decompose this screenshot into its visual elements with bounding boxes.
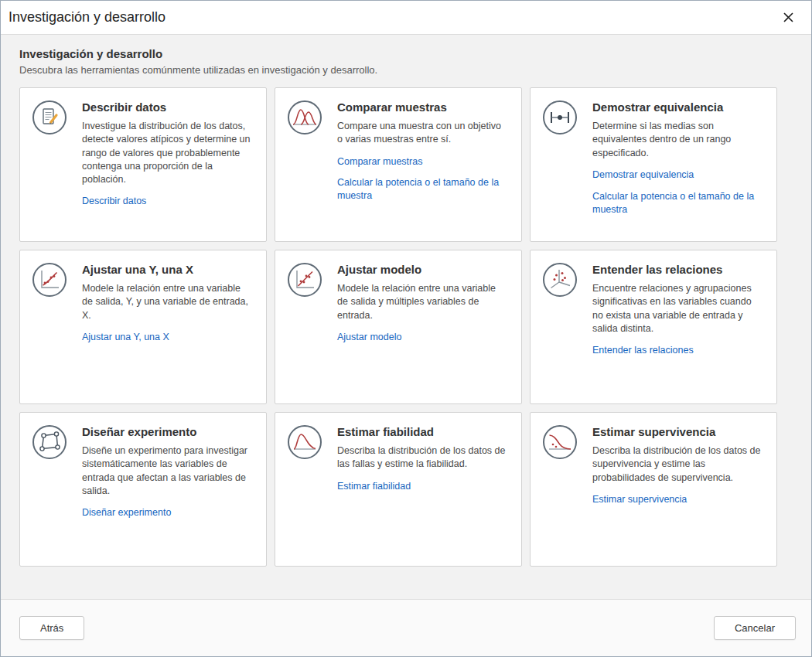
- back-button[interactable]: Atrás: [19, 616, 84, 640]
- card-description: Investigue la distribución de los datos,…: [82, 120, 254, 186]
- tool-card: Ajustar una Y, una X Modele la relación …: [19, 250, 267, 404]
- card-title: Estimar supervivencia: [592, 425, 764, 438]
- reliability-icon: [286, 424, 323, 461]
- card-links: Estimar supervivencia: [592, 493, 764, 506]
- card-link[interactable]: Estimar supervivencia: [592, 493, 764, 506]
- cancel-button[interactable]: Cancelar: [714, 616, 796, 640]
- card-links: Diseñar experimento: [82, 506, 254, 519]
- tool-card: Ajustar modelo Modele la relación entre …: [275, 250, 522, 404]
- card-description: Modele la relación entre una variable de…: [82, 282, 254, 322]
- tool-card: Estimar supervivencia Describa la distri…: [530, 412, 777, 567]
- card-link[interactable]: Diseñar experimento: [82, 506, 254, 519]
- research-development-dialog: Investigación y desarrollo Investigación…: [0, 0, 812, 657]
- card-title: Ajustar modelo: [337, 263, 509, 276]
- card-description: Encuentre relaciones y agrupaciones sign…: [592, 282, 764, 335]
- describe-data-icon: [31, 99, 68, 136]
- card-links: Demostrar equivalenciaCalcular la potenc…: [592, 169, 764, 216]
- design-experiment-icon: [31, 424, 68, 461]
- card-link[interactable]: Comparar muestras: [337, 155, 509, 169]
- fit-model-icon: [286, 261, 323, 298]
- card-link[interactable]: Ajustar una Y, una X: [82, 331, 254, 344]
- card-links: Ajustar modelo: [337, 331, 509, 344]
- page-title: Investigación y desarrollo: [19, 47, 777, 60]
- card-description: Describa la distribución de los datos de…: [337, 444, 509, 471]
- survival-icon: [541, 424, 578, 461]
- card-title: Describir datos: [82, 100, 254, 114]
- close-icon[interactable]: [777, 7, 799, 29]
- card-description: Modele la relación entre una variable de…: [337, 282, 509, 322]
- card-link[interactable]: Ajustar modelo: [337, 331, 509, 344]
- equivalence-icon: [541, 99, 578, 136]
- window-title: Investigación y desarrollo: [9, 9, 165, 26]
- content-area: Investigación y desarrollo Descubra las …: [1, 35, 811, 599]
- tool-card: Demostrar equivalencia Determine si las …: [530, 87, 777, 242]
- card-title: Demostrar equivalencia: [592, 100, 764, 114]
- card-links: Describir datos: [82, 195, 254, 208]
- card-title: Estimar fiabilidad: [337, 425, 509, 438]
- compare-samples-icon: [286, 99, 323, 136]
- card-description: Determine si las medias son equivalentes…: [592, 120, 764, 160]
- card-title: Ajustar una Y, una X: [82, 263, 254, 276]
- footer-bar: Atrás Cancelar: [1, 599, 811, 656]
- card-links: Entender las relaciones: [592, 344, 764, 357]
- card-links: Estimar fiabilidad: [337, 480, 509, 493]
- card-links: Comparar muestrasCalcular la potencia o …: [337, 155, 509, 203]
- titlebar: Investigación y desarrollo: [1, 1, 811, 35]
- fit-one-y-one-x-icon: [31, 261, 68, 298]
- card-link[interactable]: Entender las relaciones: [592, 344, 764, 357]
- card-link[interactable]: Describir datos: [82, 195, 254, 208]
- tool-card: Entender las relaciones Encuentre relaci…: [530, 250, 777, 404]
- card-link[interactable]: Calcular la potencia o el tamaño de la m…: [592, 190, 764, 216]
- card-link[interactable]: Demostrar equivalencia: [592, 169, 764, 182]
- card-description: Describa la distribución de los datos de…: [592, 444, 764, 485]
- card-title: Entender las relaciones: [592, 263, 764, 276]
- card-link[interactable]: Calcular la potencia o el tamaño de la m…: [337, 176, 509, 203]
- tool-card: Diseñar experimento Diseñe un experiment…: [19, 412, 267, 567]
- tool-card: Describir datos Investigue la distribuci…: [19, 87, 267, 242]
- card-title: Diseñar experimento: [82, 425, 254, 438]
- tool-card: Comparar muestras Compare una muestra co…: [275, 87, 522, 242]
- card-description: Compare una muestra con un objetivo o va…: [337, 120, 509, 147]
- card-links: Ajustar una Y, una X: [82, 331, 254, 344]
- relationships-icon: [541, 261, 578, 298]
- cards-grid: Describir datos Investigue la distribuci…: [19, 87, 777, 567]
- page-subtitle: Descubra las herramientas comúnmente uti…: [19, 64, 777, 76]
- tool-card: Estimar fiabilidad Describa la distribuc…: [275, 412, 522, 567]
- card-title: Comparar muestras: [337, 100, 509, 114]
- card-description: Diseñe un experimento para investigar si…: [82, 444, 254, 498]
- card-link[interactable]: Estimar fiabilidad: [337, 480, 509, 493]
